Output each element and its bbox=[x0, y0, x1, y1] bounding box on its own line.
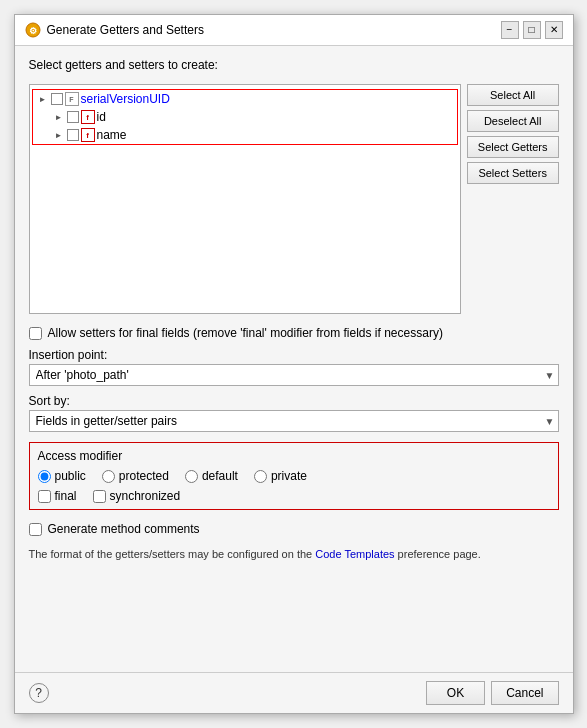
info-text: The format of the getters/setters may be… bbox=[29, 546, 559, 563]
dialog: ⚙ Generate Getters and Setters − □ ✕ Sel… bbox=[14, 14, 574, 714]
content-area: Select getters and setters to create: ► … bbox=[15, 46, 573, 672]
radio-private: private bbox=[254, 469, 307, 483]
info-text-after: preference page. bbox=[395, 548, 481, 560]
check-row: final synchronized bbox=[38, 489, 550, 503]
radio-public-label: public bbox=[55, 469, 86, 483]
item-label-serialVersionUID: serialVersionUID bbox=[81, 92, 170, 106]
radio-private-input[interactable] bbox=[254, 470, 267, 483]
check-synchronized-label: synchronized bbox=[110, 489, 181, 503]
allow-setters-row: Allow setters for final fields (remove '… bbox=[29, 326, 559, 340]
chevron-icon-serialVersionUID: ► bbox=[37, 93, 49, 105]
radio-public: public bbox=[38, 469, 86, 483]
allow-setters-label: Allow setters for final fields (remove '… bbox=[48, 326, 443, 340]
maximize-button[interactable]: □ bbox=[523, 21, 541, 39]
bottom-bar: ? OK Cancel bbox=[15, 672, 573, 713]
checkbox-name[interactable] bbox=[67, 129, 79, 141]
chevron-icon-name: ► bbox=[53, 129, 65, 141]
radio-default: default bbox=[185, 469, 238, 483]
field-icon-id: f bbox=[81, 110, 95, 124]
help-button[interactable]: ? bbox=[29, 683, 49, 703]
code-templates-link[interactable]: Code Templates bbox=[315, 548, 394, 560]
deselect-all-button[interactable]: Deselect All bbox=[467, 110, 559, 132]
check-final-input[interactable] bbox=[38, 490, 51, 503]
tree-item-id[interactable]: ► f id bbox=[33, 108, 457, 126]
radio-default-label: default bbox=[202, 469, 238, 483]
insertion-point-dropdown[interactable]: After 'photo_path' bbox=[29, 364, 559, 386]
radio-protected-label: protected bbox=[119, 469, 169, 483]
title-bar-left: ⚙ Generate Getters and Setters bbox=[25, 22, 204, 38]
check-synchronized: synchronized bbox=[93, 489, 181, 503]
info-text-before: The format of the getters/setters may be… bbox=[29, 548, 316, 560]
checkbox-serialVersionUID[interactable] bbox=[51, 93, 63, 105]
field-icon-name: f bbox=[81, 128, 95, 142]
title-bar: ⚙ Generate Getters and Setters − □ ✕ bbox=[15, 15, 573, 46]
access-modifier-title: Access modifier bbox=[38, 449, 550, 463]
radio-protected: protected bbox=[102, 469, 169, 483]
select-setters-button[interactable]: Select Setters bbox=[467, 162, 559, 184]
chevron-icon-id: ► bbox=[53, 111, 65, 123]
side-buttons: Select All Deselect All Select Getters S… bbox=[467, 84, 559, 184]
field-icon-serialVersionUID: F bbox=[65, 92, 79, 106]
generate-comments-checkbox[interactable] bbox=[29, 523, 42, 536]
radio-default-input[interactable] bbox=[185, 470, 198, 483]
generate-comments-row: Generate method comments bbox=[29, 522, 559, 536]
check-final: final bbox=[38, 489, 77, 503]
check-final-label: final bbox=[55, 489, 77, 503]
radio-protected-input[interactable] bbox=[102, 470, 115, 483]
select-all-button[interactable]: Select All bbox=[467, 84, 559, 106]
sort-by-section: Sort by: Fields in getter/setter pairs ▼ bbox=[29, 394, 559, 432]
dialog-icon: ⚙ bbox=[25, 22, 41, 38]
insertion-point-section: Insertion point: After 'photo_path' ▼ bbox=[29, 348, 559, 386]
radio-row: public protected default private bbox=[38, 469, 550, 483]
minimize-button[interactable]: − bbox=[501, 21, 519, 39]
select-getters-button[interactable]: Select Getters bbox=[467, 136, 559, 158]
radio-public-input[interactable] bbox=[38, 470, 51, 483]
sort-by-wrapper: Fields in getter/setter pairs ▼ bbox=[29, 410, 559, 432]
cancel-button[interactable]: Cancel bbox=[491, 681, 558, 705]
ok-button[interactable]: OK bbox=[426, 681, 485, 705]
close-button[interactable]: ✕ bbox=[545, 21, 563, 39]
allow-setters-checkbox[interactable] bbox=[29, 327, 42, 340]
tree-item-name[interactable]: ► f name bbox=[33, 126, 457, 144]
insertion-point-label: Insertion point: bbox=[29, 348, 559, 362]
tree-panel-row: ► F serialVersionUID ► f id ► bbox=[29, 84, 559, 314]
check-synchronized-input[interactable] bbox=[93, 490, 106, 503]
sort-by-label: Sort by: bbox=[29, 394, 559, 408]
sort-by-dropdown[interactable]: Fields in getter/setter pairs bbox=[29, 410, 559, 432]
item-label-name: name bbox=[97, 128, 127, 142]
insertion-point-wrapper: After 'photo_path' ▼ bbox=[29, 364, 559, 386]
bottom-buttons: OK Cancel bbox=[426, 681, 559, 705]
tree-highlight-box: ► F serialVersionUID ► f id ► bbox=[32, 89, 458, 145]
section-label: Select getters and setters to create: bbox=[29, 58, 559, 72]
item-label-id: id bbox=[97, 110, 106, 124]
access-modifier-box: Access modifier public protected default… bbox=[29, 442, 559, 510]
tree-panel[interactable]: ► F serialVersionUID ► f id ► bbox=[29, 84, 461, 314]
radio-private-label: private bbox=[271, 469, 307, 483]
title-controls: − □ ✕ bbox=[501, 21, 563, 39]
generate-comments-label: Generate method comments bbox=[48, 522, 200, 536]
dialog-title: Generate Getters and Setters bbox=[47, 23, 204, 37]
svg-text:⚙: ⚙ bbox=[29, 26, 37, 36]
checkbox-id[interactable] bbox=[67, 111, 79, 123]
tree-item-serialVersionUID[interactable]: ► F serialVersionUID bbox=[33, 90, 457, 108]
